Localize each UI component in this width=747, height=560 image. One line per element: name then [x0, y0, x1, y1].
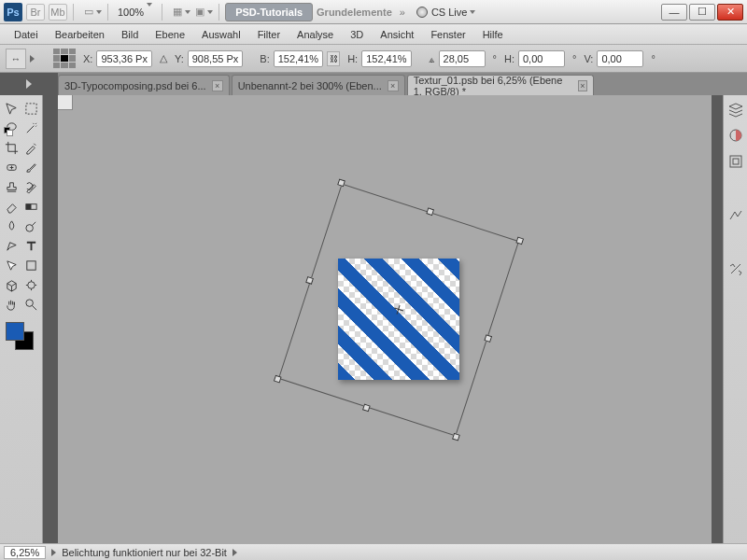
screen-mode-icon[interactable]: ▭ — [83, 4, 102, 21]
heal-tool-icon[interactable] — [2, 158, 21, 177]
stripe-content — [338, 259, 459, 380]
layers-panel-icon[interactable] — [727, 101, 744, 118]
deg3: ° — [651, 53, 655, 64]
3d-camera-icon[interactable] — [21, 275, 41, 295]
delta-icon[interactable]: △ — [160, 52, 167, 64]
stamp-tool-icon[interactable] — [2, 177, 21, 197]
svg-rect-6 — [27, 261, 35, 270]
x-field[interactable]: 953,36 Px — [96, 50, 152, 67]
transform-handle-l[interactable] — [305, 276, 314, 285]
menu-ansicht[interactable]: Ansicht — [372, 26, 422, 43]
x-label: X: — [83, 53, 92, 64]
workspace-tutorials-button[interactable]: PSD-Tutorials — [225, 3, 313, 21]
status-zoom[interactable]: 6,25% — [4, 546, 46, 559]
document-tab[interactable]: Unbenannt-2 bei 300% (Eben...× — [232, 75, 405, 95]
angle-icon: ⟁ — [429, 53, 435, 64]
hskew-field[interactable]: 0,00 — [518, 50, 565, 67]
status-menu-left-icon[interactable] — [51, 549, 56, 556]
menu-analyse[interactable]: Analyse — [289, 26, 342, 43]
crop-tool-icon[interactable] — [2, 138, 21, 158]
blur-tool-icon[interactable] — [2, 217, 21, 236]
history-brush-icon[interactable] — [21, 177, 41, 197]
ruler-origin[interactable] — [58, 95, 73, 110]
workspace-more-icon[interactable]: » — [400, 7, 405, 18]
menu-hilfe[interactable]: Hilfe — [474, 26, 512, 43]
menu-bild[interactable]: Bild — [113, 26, 147, 43]
minimize-button[interactable]: — — [661, 4, 687, 21]
bridge-icon[interactable]: Br — [26, 4, 45, 21]
tab-close-icon[interactable]: × — [212, 80, 223, 91]
transform-handle-tr[interactable] — [515, 237, 524, 245]
adjust-panel-icon[interactable] — [727, 207, 744, 224]
canvas-area[interactable] — [58, 95, 712, 543]
document-tab[interactable]: Textur_01.psb bei 6,25% (Ebene 1, RGB/8)… — [407, 75, 594, 95]
zoom-tool-icon[interactable] — [21, 295, 41, 315]
right-dark-column — [712, 95, 723, 560]
wand-tool-icon[interactable] — [21, 119, 41, 138]
svg-rect-10 — [730, 156, 741, 167]
menu-datei[interactable]: Datei — [6, 26, 47, 43]
transform-handle-tl[interactable] — [337, 178, 345, 187]
move-tool-icon[interactable] — [2, 99, 21, 119]
h-field[interactable]: 152,41% — [361, 50, 411, 67]
path-select-icon[interactable] — [2, 256, 21, 275]
menu-filter[interactable]: Filter — [249, 26, 289, 43]
zoom-readout[interactable]: 100% — [114, 7, 156, 18]
workspace-grundelemente-button[interactable]: Grundelemente — [313, 7, 396, 18]
transform-handle-r[interactable] — [484, 334, 492, 343]
maximize-button[interactable]: ☐ — [689, 4, 715, 21]
3d-tool-icon[interactable] — [2, 275, 21, 295]
tab-close-icon[interactable]: × — [578, 80, 587, 91]
menu-fenster[interactable]: Fenster — [422, 26, 473, 43]
close-button[interactable]: ✕ — [717, 4, 743, 21]
minibridge-icon[interactable]: Mb — [49, 4, 67, 21]
cslive-label[interactable]: CS Live — [431, 7, 468, 18]
transform-handle-br[interactable] — [452, 433, 460, 441]
gradient-tool-icon[interactable] — [21, 197, 41, 217]
marquee-tool-icon[interactable] — [21, 99, 41, 119]
angle-field[interactable]: 28,05 — [439, 50, 486, 67]
link-wh-icon[interactable]: ⛓ — [327, 51, 340, 66]
menu-ebene[interactable]: Ebene — [147, 26, 193, 43]
settings-panel-icon[interactable] — [727, 261, 744, 278]
tab-label: Textur_01.psb bei 6,25% (Ebene 1, RGB/8)… — [414, 75, 572, 97]
foreground-color-swatch[interactable] — [6, 322, 24, 341]
document-canvas[interactable] — [338, 259, 459, 380]
transform-handle-t[interactable] — [426, 207, 434, 216]
default-colors-icon[interactable] — [4, 127, 13, 136]
tab-gutter — [0, 73, 58, 95]
h-label: H: — [347, 53, 358, 64]
reference-point-icon[interactable] — [53, 49, 76, 69]
transform-handle-bl[interactable] — [274, 375, 282, 384]
tool-preset-icon[interactable]: ↔ — [6, 49, 26, 69]
eyedropper-tool-icon[interactable] — [21, 138, 41, 158]
left-dark-column — [43, 95, 58, 560]
arrange-icon[interactable]: ▦ — [172, 4, 190, 21]
screenmode2-icon[interactable]: ▣ — [194, 4, 213, 21]
hand-tool-icon[interactable] — [2, 295, 21, 315]
shape-tool-icon[interactable] — [21, 256, 41, 275]
w-field[interactable]: 152,41% — [274, 50, 323, 67]
svg-rect-11 — [733, 159, 739, 164]
transform-handle-b[interactable] — [362, 404, 371, 413]
document-tab[interactable]: 3D-Typocomposing.psd bei 6...× — [58, 75, 230, 95]
color-panel-icon[interactable] — [727, 127, 744, 144]
pen-tool-icon[interactable] — [2, 236, 21, 256]
y-label: Y: — [175, 53, 184, 64]
y-field[interactable]: 908,55 Px — [188, 50, 244, 67]
menu-bearbeiten[interactable]: Bearbeiten — [47, 26, 113, 43]
tab-close-icon[interactable]: × — [388, 80, 399, 91]
styles-panel-icon[interactable] — [727, 153, 744, 170]
eraser-tool-icon[interactable] — [2, 197, 21, 217]
menu-3d[interactable]: 3D — [342, 26, 372, 43]
vskew-field[interactable]: 0,00 — [597, 50, 643, 67]
hskew-label: H: — [504, 53, 514, 64]
tool-preset-dropdown-icon[interactable] — [30, 55, 35, 63]
svg-point-8 — [26, 300, 34, 307]
brush-tool-icon[interactable] — [21, 158, 41, 177]
status-menu-right-icon[interactable] — [233, 549, 237, 556]
menu-auswahl[interactable]: Auswahl — [193, 26, 249, 43]
dodge-tool-icon[interactable] — [21, 217, 41, 236]
svg-point-5 — [26, 225, 34, 232]
type-tool-icon[interactable] — [21, 236, 41, 256]
